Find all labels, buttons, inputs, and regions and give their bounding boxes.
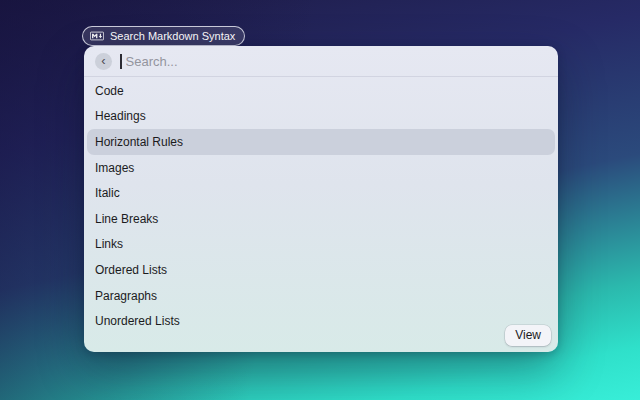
- syntax-list: Code Headings Horizontal Rules Images It…: [84, 77, 558, 334]
- list-item-headings[interactable]: Headings: [87, 104, 555, 130]
- pill-label: Search Markdown Syntax: [110, 26, 235, 46]
- markdown-icon: [90, 31, 104, 41]
- desktop-background: Search Markdown Syntax ‹ Code Headings H…: [0, 0, 640, 400]
- back-button[interactable]: ‹: [95, 53, 112, 70]
- view-button[interactable]: View: [505, 325, 551, 346]
- list-item-code[interactable]: Code: [87, 78, 555, 104]
- list-item-links[interactable]: Links: [87, 232, 555, 258]
- text-caret: [120, 54, 122, 69]
- search-markdown-syntax-pill[interactable]: Search Markdown Syntax: [82, 26, 245, 46]
- search-input[interactable]: [126, 54, 547, 69]
- search-bar: ‹: [84, 46, 558, 77]
- list-item-ordered-lists[interactable]: Ordered Lists: [87, 257, 555, 283]
- list-item-horizontal-rules[interactable]: Horizontal Rules: [87, 129, 555, 155]
- list-item-paragraphs[interactable]: Paragraphs: [87, 283, 555, 309]
- chevron-left-icon: ‹: [101, 54, 105, 67]
- list-item-line-breaks[interactable]: Line Breaks: [87, 206, 555, 232]
- list-item-unordered-lists[interactable]: Unordered Lists: [87, 308, 555, 334]
- command-palette-panel: ‹ Code Headings Horizontal Rules Images …: [84, 46, 558, 352]
- list-item-images[interactable]: Images: [87, 155, 555, 181]
- list-item-italic[interactable]: Italic: [87, 180, 555, 206]
